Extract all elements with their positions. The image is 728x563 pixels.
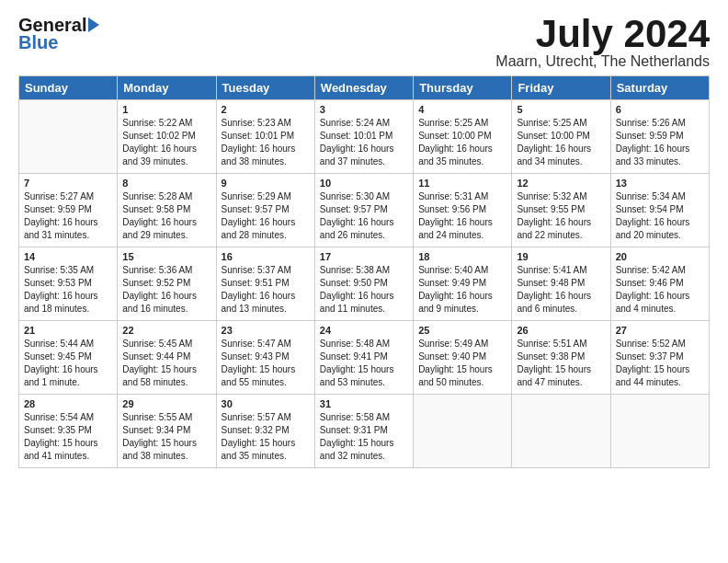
day-number: 9 (222, 178, 310, 189)
day-number: 18 (418, 251, 506, 262)
day-cell: 23Sunrise: 5:47 AM Sunset: 9:43 PM Dayli… (216, 321, 314, 395)
day-cell: 30Sunrise: 5:57 AM Sunset: 9:32 PM Dayli… (216, 395, 314, 468)
day-number: 30 (222, 398, 310, 409)
day-info: Sunrise: 5:57 AM Sunset: 9:32 PM Dayligh… (222, 411, 310, 463)
day-number: 21 (24, 325, 112, 336)
day-number: 14 (24, 251, 112, 262)
day-number: 12 (517, 178, 605, 189)
day-cell: 6Sunrise: 5:26 AM Sunset: 9:59 PM Daylig… (610, 100, 709, 174)
day-number: 7 (24, 178, 112, 189)
day-info: Sunrise: 5:28 AM Sunset: 9:58 PM Dayligh… (122, 190, 210, 242)
day-cell: 9Sunrise: 5:29 AM Sunset: 9:57 PM Daylig… (216, 174, 314, 247)
day-cell: 19Sunrise: 5:41 AM Sunset: 9:48 PM Dayli… (512, 247, 610, 321)
month-title: July 2024 (495, 15, 710, 53)
location: Maarn, Utrecht, The Netherlands (495, 53, 710, 70)
day-cell: 17Sunrise: 5:38 AM Sunset: 9:50 PM Dayli… (314, 247, 413, 321)
day-cell: 29Sunrise: 5:55 AM Sunset: 9:34 PM Dayli… (118, 395, 216, 468)
title-block: July 2024 Maarn, Utrecht, The Netherland… (495, 15, 710, 70)
day-cell (512, 395, 610, 468)
day-cell: 1Sunrise: 5:22 AM Sunset: 10:02 PM Dayli… (118, 100, 216, 174)
day-number: 1 (122, 104, 210, 115)
day-cell: 20Sunrise: 5:42 AM Sunset: 9:46 PM Dayli… (610, 247, 709, 321)
day-cell: 10Sunrise: 5:30 AM Sunset: 9:57 PM Dayli… (314, 174, 413, 247)
day-number: 16 (222, 251, 310, 262)
day-cell: 4Sunrise: 5:25 AM Sunset: 10:00 PM Dayli… (414, 100, 512, 174)
calendar-table: Sunday Monday Tuesday Wednesday Thursday… (18, 75, 710, 468)
day-number: 19 (517, 251, 605, 262)
day-info: Sunrise: 5:24 AM Sunset: 10:01 PM Daylig… (320, 117, 408, 168)
day-number: 25 (418, 325, 506, 336)
col-tuesday: Tuesday (216, 76, 314, 100)
day-info: Sunrise: 5:30 AM Sunset: 9:57 PM Dayligh… (320, 190, 408, 242)
day-info: Sunrise: 5:49 AM Sunset: 9:40 PM Dayligh… (418, 338, 506, 389)
week-row-5: 28Sunrise: 5:54 AM Sunset: 9:35 PM Dayli… (19, 395, 710, 468)
col-monday: Monday (118, 76, 216, 100)
day-cell: 28Sunrise: 5:54 AM Sunset: 9:35 PM Dayli… (19, 395, 118, 468)
day-cell: 16Sunrise: 5:37 AM Sunset: 9:51 PM Dayli… (216, 247, 314, 321)
day-cell: 25Sunrise: 5:49 AM Sunset: 9:40 PM Dayli… (414, 321, 512, 395)
day-info: Sunrise: 5:44 AM Sunset: 9:45 PM Dayligh… (24, 338, 112, 389)
logo: General Blue (18, 15, 99, 53)
day-cell: 27Sunrise: 5:52 AM Sunset: 9:37 PM Dayli… (610, 321, 709, 395)
day-number: 6 (616, 104, 704, 115)
day-info: Sunrise: 5:47 AM Sunset: 9:43 PM Dayligh… (222, 338, 310, 389)
day-number: 13 (616, 178, 704, 189)
day-cell: 11Sunrise: 5:31 AM Sunset: 9:56 PM Dayli… (414, 174, 512, 247)
day-number: 5 (517, 104, 605, 115)
header: General Blue July 2024 Maarn, Utrecht, T… (18, 15, 710, 70)
day-cell (19, 100, 118, 174)
day-number: 8 (122, 178, 210, 189)
day-info: Sunrise: 5:34 AM Sunset: 9:54 PM Dayligh… (616, 190, 704, 242)
day-cell: 12Sunrise: 5:32 AM Sunset: 9:55 PM Dayli… (512, 174, 610, 247)
day-info: Sunrise: 5:51 AM Sunset: 9:38 PM Dayligh… (517, 338, 605, 389)
day-info: Sunrise: 5:55 AM Sunset: 9:34 PM Dayligh… (122, 411, 210, 463)
day-cell: 13Sunrise: 5:34 AM Sunset: 9:54 PM Dayli… (610, 174, 709, 247)
calendar-page: General Blue July 2024 Maarn, Utrecht, T… (0, 0, 728, 477)
day-info: Sunrise: 5:35 AM Sunset: 9:53 PM Dayligh… (24, 264, 112, 316)
header-row: Sunday Monday Tuesday Wednesday Thursday… (19, 76, 710, 100)
day-cell: 7Sunrise: 5:27 AM Sunset: 9:59 PM Daylig… (19, 174, 118, 247)
day-number: 22 (122, 325, 210, 336)
day-info: Sunrise: 5:48 AM Sunset: 9:41 PM Dayligh… (320, 338, 408, 389)
day-number: 4 (418, 104, 506, 115)
day-number: 31 (320, 398, 408, 409)
day-info: Sunrise: 5:22 AM Sunset: 10:02 PM Daylig… (122, 117, 210, 168)
day-number: 23 (222, 325, 310, 336)
day-number: 20 (616, 251, 704, 262)
day-info: Sunrise: 5:41 AM Sunset: 9:48 PM Dayligh… (517, 264, 605, 316)
day-info: Sunrise: 5:42 AM Sunset: 9:46 PM Dayligh… (616, 264, 704, 316)
day-cell: 31Sunrise: 5:58 AM Sunset: 9:31 PM Dayli… (314, 395, 413, 468)
week-row-4: 21Sunrise: 5:44 AM Sunset: 9:45 PM Dayli… (19, 321, 710, 395)
day-number: 28 (24, 398, 112, 409)
day-number: 10 (320, 178, 408, 189)
week-row-2: 7Sunrise: 5:27 AM Sunset: 9:59 PM Daylig… (19, 174, 710, 247)
week-row-3: 14Sunrise: 5:35 AM Sunset: 9:53 PM Dayli… (19, 247, 710, 321)
logo-blue: Blue (18, 32, 58, 53)
day-number: 27 (616, 325, 704, 336)
day-info: Sunrise: 5:32 AM Sunset: 9:55 PM Dayligh… (517, 190, 605, 242)
day-number: 24 (320, 325, 408, 336)
day-info: Sunrise: 5:25 AM Sunset: 10:00 PM Daylig… (517, 117, 605, 168)
day-info: Sunrise: 5:38 AM Sunset: 9:50 PM Dayligh… (320, 264, 408, 316)
day-cell: 22Sunrise: 5:45 AM Sunset: 9:44 PM Dayli… (118, 321, 216, 395)
day-info: Sunrise: 5:45 AM Sunset: 9:44 PM Dayligh… (122, 338, 210, 389)
day-info: Sunrise: 5:36 AM Sunset: 9:52 PM Dayligh… (122, 264, 210, 316)
day-info: Sunrise: 5:40 AM Sunset: 9:49 PM Dayligh… (418, 264, 506, 316)
day-cell: 21Sunrise: 5:44 AM Sunset: 9:45 PM Dayli… (19, 321, 118, 395)
day-number: 17 (320, 251, 408, 262)
day-cell: 26Sunrise: 5:51 AM Sunset: 9:38 PM Dayli… (512, 321, 610, 395)
week-row-1: 1Sunrise: 5:22 AM Sunset: 10:02 PM Dayli… (19, 100, 710, 174)
day-info: Sunrise: 5:58 AM Sunset: 9:31 PM Dayligh… (320, 411, 408, 463)
day-info: Sunrise: 5:37 AM Sunset: 9:51 PM Dayligh… (222, 264, 310, 316)
day-info: Sunrise: 5:27 AM Sunset: 9:59 PM Dayligh… (24, 190, 112, 242)
day-number: 15 (122, 251, 210, 262)
logo-arrow-icon (88, 17, 99, 32)
day-cell: 2Sunrise: 5:23 AM Sunset: 10:01 PM Dayli… (216, 100, 314, 174)
day-info: Sunrise: 5:54 AM Sunset: 9:35 PM Dayligh… (24, 411, 112, 463)
col-thursday: Thursday (414, 76, 512, 100)
day-number: 3 (320, 104, 408, 115)
col-sunday: Sunday (19, 76, 118, 100)
day-info: Sunrise: 5:31 AM Sunset: 9:56 PM Dayligh… (418, 190, 506, 242)
day-cell (414, 395, 512, 468)
day-cell: 5Sunrise: 5:25 AM Sunset: 10:00 PM Dayli… (512, 100, 610, 174)
